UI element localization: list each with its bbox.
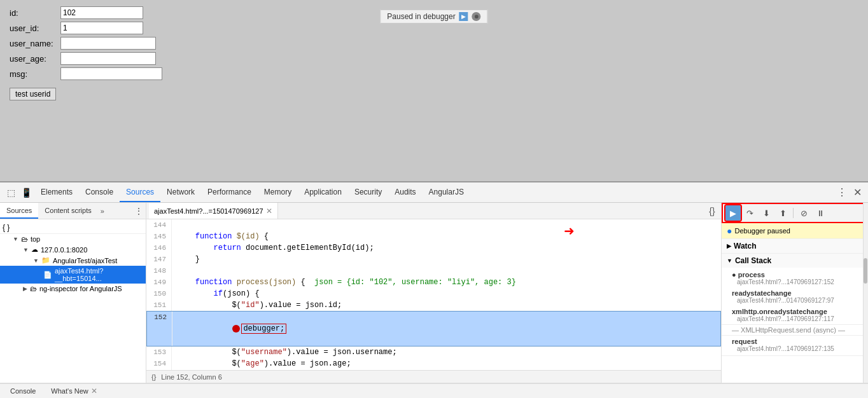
dbg-watch-header[interactable]: ▶ Watch <box>722 239 868 253</box>
sources-tab-sources[interactable]: Sources <box>0 203 38 219</box>
callstack-fn-request: request <box>732 338 757 345</box>
devtools-inspect-btn[interactable]: ⬚ <box>4 186 18 200</box>
tree-icon-ng: 🗁 <box>30 285 37 292</box>
callstack-item-readystate[interactable]: readystatechange ajaxTest4.html?...01470… <box>722 287 868 306</box>
watch-arrow-icon: ▶ <box>727 243 731 249</box>
tab-network[interactable]: Network <box>160 182 201 202</box>
tree-item-top[interactable]: ▼ 🗁 top <box>0 234 146 244</box>
code-tab-label: ajaxTest4.html?...=1501470969127 <box>154 207 263 215</box>
callstack-item-xmlhttp[interactable]: xmlhttp.onreadystatechange ajaxTest4.htm… <box>722 306 868 324</box>
dbg-deactivate-btn[interactable]: ⊘ <box>796 205 811 221</box>
code-panel: ajaxTest4.html?...=1501470969127 ✕ {} 下一… <box>146 203 722 383</box>
dbg-callstack-header[interactable]: ▼ Call Stack <box>722 254 868 268</box>
devtools-body: Sources Content scripts » ⋮ { } ▼ 🗁 top … <box>0 203 868 383</box>
id-input[interactable] <box>60 6 143 19</box>
tree-icon-folder: 📁 <box>41 256 50 264</box>
callstack-item-request[interactable]: request ajaxTest4.html?...1470969127:135 <box>722 336 868 354</box>
code-line-146: 146 return document.getElementById(id); <box>146 242 721 254</box>
debugger-content: ● Debugger paused ▶ Watch ▼ Call Stack <box>722 223 868 383</box>
tree-icon-top: 🗁 <box>21 235 28 243</box>
devtools-close-btn[interactable]: ✕ <box>850 186 864 200</box>
tree-item-ng-inspector[interactable]: ▶ 🗁 ng-inspector for AngularJS <box>0 284 146 294</box>
code-line-147: 147 } <box>146 254 721 265</box>
bottom-tab-console[interactable]: Console <box>5 386 41 396</box>
bottom-tab-whatsnew[interactable]: What's New ✕ <box>46 385 102 397</box>
callstack-file-process: ajaxTest4.html?...1470969127:152 <box>732 278 858 285</box>
banner-record-icon[interactable]: ⏺ <box>472 12 481 21</box>
id-label: id: <box>10 8 60 18</box>
code-tabs: ajaxTest4.html?...=1501470969127 ✕ {} <box>146 203 721 219</box>
tree-arrow-server: ▼ <box>23 247 29 253</box>
tab-application[interactable]: Application <box>298 182 348 202</box>
tree-item-file[interactable]: 📄 ajaxTest4.html?__hbt=15014... <box>0 266 146 284</box>
right-scrollbar[interactable] <box>863 203 868 383</box>
code-tab-file[interactable]: ajaxTest4.html?...=1501470969127 ✕ <box>149 203 278 219</box>
tab-performance[interactable]: Performance <box>201 182 258 202</box>
red-arrow: ➜ <box>564 223 575 238</box>
devtools-panel: ⬚ 📱 Elements Console Sources Network Per… <box>0 181 868 398</box>
breakpoint-indicator <box>232 325 240 333</box>
tree-label-top: top <box>31 235 40 243</box>
code-tab-close[interactable]: ✕ <box>266 207 272 216</box>
code-statusbar: {} Line 152, Column 6 <box>146 370 721 383</box>
callstack-file-xmlhttp: ajaxTest4.html?...1470969127:117 <box>732 315 858 322</box>
tab-angularjs[interactable]: AngularJS <box>423 182 470 202</box>
tree-icon-file: 📄 <box>43 271 52 279</box>
whatsnew-close[interactable]: ✕ <box>91 387 97 395</box>
dbg-stepover-btn[interactable]: ↷ <box>742 205 757 221</box>
test-userid-button[interactable]: test userid <box>10 88 56 100</box>
user-id-input[interactable] <box>60 22 143 34</box>
code-controls: {} <box>706 205 718 217</box>
tab-sources[interactable]: Sources <box>120 182 160 202</box>
tab-console[interactable]: Console <box>79 182 120 202</box>
msg-label: msg: <box>10 69 60 79</box>
scroll-thumb <box>864 258 867 284</box>
code-line-154: 154 $("age").value = json.age; <box>146 358 721 369</box>
tree-label-folder: AngularTest/ajaxTest <box>53 257 118 264</box>
user-name-input[interactable] <box>60 37 156 50</box>
code-line-145: 145 function $(id) { <box>146 231 721 242</box>
dbg-resume-btn[interactable]: ▶ <box>725 205 741 221</box>
tree-label-server: 127.0.0.1:8020 <box>41 246 87 254</box>
devtools-device-btn[interactable]: 📱 <box>19 186 33 200</box>
user-age-input[interactable] <box>60 52 156 65</box>
callstack-arrow-icon: ▼ <box>727 257 732 264</box>
sources-tab-content-scripts[interactable]: Content scripts <box>38 203 97 219</box>
whatsnew-label: What's New <box>51 387 88 395</box>
callstack-item-process[interactable]: ● process ajaxTest4.html?...1470969127:1… <box>722 269 868 287</box>
devtools-more-btn[interactable]: ⋮ <box>835 186 849 200</box>
tree-label-file: ajaxTest4.html?__hbt=15014... <box>55 267 141 282</box>
sources-tab-more[interactable]: » <box>98 203 107 219</box>
dbg-stepout-btn[interactable]: ⬆ <box>775 205 790 221</box>
code-format-btn[interactable]: {} <box>706 205 718 217</box>
dbg-stepinto-btn[interactable]: ⬇ <box>759 205 774 221</box>
watch-label: Watch <box>734 242 757 250</box>
debugger-banner: Paused in debugger ▶ ⏺ <box>380 10 487 24</box>
callstack-fn-xmlhttp: xmlhttp.onreadystatechange <box>732 308 827 315</box>
tree-item-folder[interactable]: ▼ 📁 AngularTest/ajaxTest <box>0 255 146 266</box>
user-name-label: user_name: <box>10 39 60 48</box>
sources-tree: { } ▼ 🗁 top ▼ ☁ 127.0.0.1:8020 ▼ 📁 Angul… <box>0 219 146 383</box>
code-line-151: 151 $("id").value = json.id; <box>146 299 721 311</box>
callstack-fn-process: ● process <box>732 271 765 278</box>
tab-elements[interactable]: Elements <box>34 182 79 202</box>
code-line-148: 148 <box>146 265 721 277</box>
devtools-topbar: ⬚ 📱 Elements Console Sources Network Per… <box>0 182 868 203</box>
dbg-pause-exceptions-btn[interactable]: ⏸ <box>813 205 828 221</box>
user-age-row: user_age: <box>10 52 858 65</box>
callstack-label: Call Stack <box>735 256 771 265</box>
tree-arrow-folder: ▼ <box>33 257 39 264</box>
msg-input[interactable] <box>60 67 162 80</box>
format-btn[interactable]: { } <box>3 223 10 232</box>
page-area: id: user_id: user_name: user_age: msg: t… <box>0 0 868 181</box>
tab-security[interactable]: Security <box>348 182 388 202</box>
sources-more-btn[interactable]: ⋮ <box>132 203 146 219</box>
banner-play-icon[interactable]: ▶ <box>459 12 468 21</box>
tree-item-server[interactable]: ▼ ☁ 127.0.0.1:8020 <box>0 244 146 255</box>
tab-audits[interactable]: Audits <box>388 182 422 202</box>
dbg-paused-text: Debugger paused <box>734 227 790 235</box>
code-editor[interactable]: 144 145 function $(id) { 146 return docu… <box>146 219 721 370</box>
code-line-150: 150 if(json) { <box>146 288 721 299</box>
tab-memory[interactable]: Memory <box>258 182 298 202</box>
tree-arrow-top: ▼ <box>13 236 18 242</box>
